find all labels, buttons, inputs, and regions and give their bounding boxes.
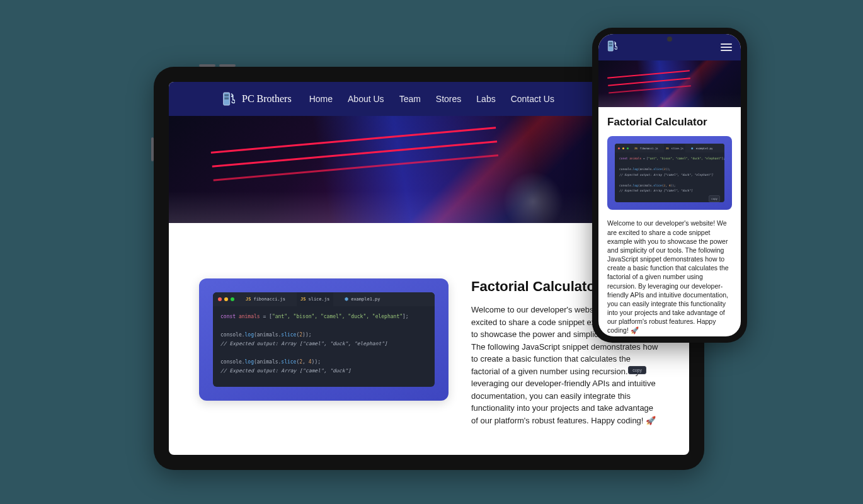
svg-rect-4 [609,42,612,44]
python-icon: ⬢ [691,147,694,150]
nav-links: Home About Us Team Stores Labs Contact U… [309,94,554,104]
close-dot-icon [218,297,222,301]
nav-about-us[interactable]: About Us [348,94,384,104]
phone-device: Factorial Calculator JSfibonacci.js JSsl… [592,28,747,343]
rocket-icon: 🚀 [646,415,656,427]
svg-rect-5 [609,45,612,47]
code-line [220,321,427,330]
tablet-hw-button [199,64,215,67]
phone-camera-icon [667,37,672,42]
rocket-icon: 🚀 [631,326,639,335]
tablet-hw-button [151,137,154,161]
close-dot-icon [618,147,620,149]
code-snippet-card: JSfibonacci.js JSslice.js ⬢example1.py c… [607,136,732,210]
code-line: // Expected output: Array ["camel", "duc… [220,367,427,375]
window-controls [618,147,629,149]
python-icon: ⬢ [345,297,348,302]
code-line: console.log(animals.slice(2)); [220,331,427,340]
phone-hero-image [598,60,741,107]
nav-home[interactable]: Home [309,94,333,104]
brand-name: PC Brothers [242,93,292,105]
nav-labs[interactable]: Labs [476,94,495,104]
tab-example1[interactable]: ⬢example1.py [689,144,715,152]
brand[interactable]: PC Brothers [222,91,292,107]
code-line: // Expected output: Array ["camel", "duc… [619,173,720,178]
copy-button[interactable]: copy [709,195,720,203]
svg-rect-1 [224,94,229,96]
code-snippet-card: JSfibonacci.js JSslice.js ⬢example1.py c… [199,278,449,401]
editor-tab-bar: JSfibonacci.js JSslice.js ⬢example1.py [213,292,435,306]
code-line [619,162,720,168]
tab-slice[interactable]: JSslice.js [297,292,333,306]
code-line: const animals = ["ant", "bison", "camel"… [220,312,427,321]
editor-tab-bar: JSfibonacci.js JSslice.js ⬢example1.py [615,144,724,152]
article-title: Factorial Calculator [607,116,732,129]
svg-rect-2 [224,98,229,100]
phone-content: Factorial Calculator JSfibonacci.js JSsl… [598,107,741,336]
tab-fibonacci[interactable]: JSfibonacci.js [242,292,289,306]
nav-contact-us[interactable]: Contact Us [511,94,554,104]
code-line: const animals = ["ant", "bison", "camel"… [619,156,720,162]
hamburger-menu-icon[interactable] [721,43,732,51]
article-body: Welcome to our developer's website! We a… [607,219,732,335]
window-controls [218,297,234,301]
code-line: // Expected output: Array ["camel", "duc… [220,340,427,348]
code-line [220,349,427,358]
minimize-dot-icon [224,297,228,301]
code-line: console.log(animals.slice(2)); [619,167,720,173]
phone-screen: Factorial Calculator JSfibonacci.js JSsl… [598,34,741,336]
tab-example1[interactable]: ⬢example1.py [341,292,384,306]
brand-logo-icon [222,91,236,107]
nav-team[interactable]: Team [399,94,421,104]
code-line: console.log(animals.slice(2, 4)); [619,183,720,189]
brand-logo-icon[interactable] [607,40,617,55]
minimize-dot-icon [622,147,624,149]
tab-slice[interactable]: JSslice.js [664,144,685,152]
maximize-dot-icon [627,147,629,149]
code-line: console.log(animals.slice(2, 4)); [220,358,427,367]
maximize-dot-icon [231,297,234,301]
code-editor: JSfibonacci.js JSslice.js ⬢example1.py c… [615,144,724,202]
tab-fibonacci[interactable]: JSfibonacci.js [632,144,660,152]
code-line [619,178,720,183]
copy-button[interactable]: copy [628,366,646,374]
editor-body: const animals = ["ant", "bison", "camel"… [615,152,724,198]
editor-body: const animals = ["ant", "bison", "camel"… [213,306,435,382]
nav-stores[interactable]: Stores [436,94,461,104]
tablet-hw-button [219,64,236,67]
code-editor: JSfibonacci.js JSslice.js ⬢example1.py c… [213,292,435,387]
code-line: // Expected output: Array ["camel", "duc… [619,188,720,194]
